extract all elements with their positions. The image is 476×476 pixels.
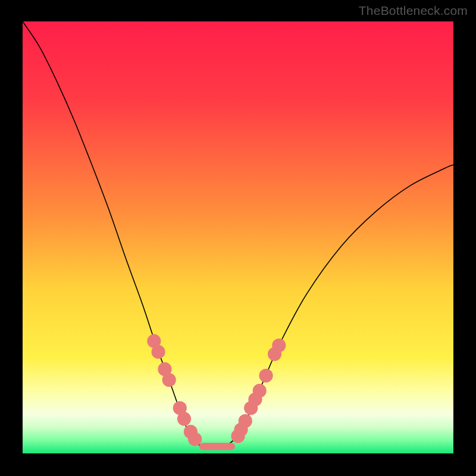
chart-frame: TheBottleneck.com <box>0 0 476 476</box>
svg-point-11 <box>239 414 252 428</box>
svg-rect-0 <box>199 443 235 450</box>
svg-point-8 <box>188 432 202 446</box>
bottleneck-chart <box>23 21 453 453</box>
plot-area <box>23 21 453 453</box>
svg-point-6 <box>177 412 191 425</box>
svg-point-2 <box>151 345 165 359</box>
svg-point-15 <box>259 369 273 383</box>
svg-point-17 <box>272 339 286 352</box>
svg-point-4 <box>162 373 176 387</box>
svg-point-14 <box>253 384 267 397</box>
trough-band <box>199 443 235 450</box>
gradient-background <box>23 21 453 453</box>
watermark-text: TheBottleneck.com <box>359 4 468 18</box>
